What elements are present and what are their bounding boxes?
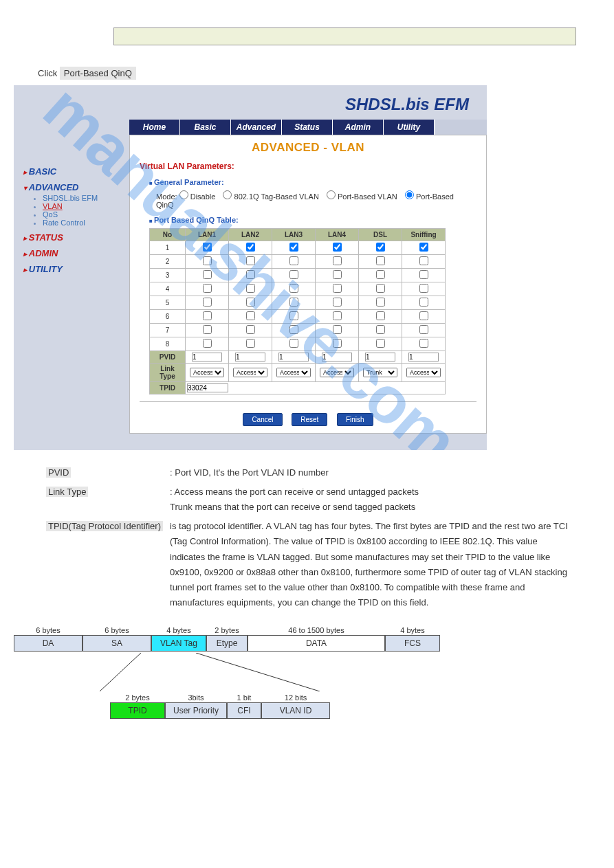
pvid-key: PVID [46, 467, 71, 478]
cb[interactable] [246, 256, 255, 265]
cb[interactable] [246, 339, 255, 348]
pvid-input[interactable] [408, 353, 439, 361]
link-select[interactable]: Access [233, 368, 267, 377]
cb[interactable] [376, 298, 385, 307]
cb[interactable] [333, 339, 342, 348]
cb[interactable] [376, 270, 385, 279]
nav-advanced[interactable]: Advanced [231, 120, 282, 135]
cb[interactable] [203, 339, 212, 348]
sidebar-utility[interactable]: UTILITY [23, 264, 124, 274]
f-lab: 12 bits [261, 693, 330, 702]
cb[interactable] [246, 284, 255, 293]
cb[interactable] [419, 339, 428, 348]
intro-highlight: Port-Based QinQ [60, 67, 136, 80]
frame-diagram: 6 bytes 6 bytes 4 bytes 2 bytes 46 to 15… [14, 625, 481, 719]
cb[interactable] [246, 298, 255, 307]
f-cell-etype: Etype [206, 635, 248, 652]
f-cell-vlanid: VLAN ID [261, 702, 330, 719]
link-select[interactable]: Trunk [363, 368, 397, 377]
cb[interactable] [333, 270, 342, 279]
pvid-input[interactable] [192, 353, 222, 361]
cb[interactable] [289, 243, 298, 252]
cb[interactable] [419, 284, 428, 293]
nav-basic[interactable]: Basic [180, 120, 231, 135]
hdr-sniff: Sniffing [402, 229, 446, 241]
table-row: 4 [150, 282, 446, 296]
sidebar-basic[interactable]: BASIC [23, 166, 124, 177]
cb[interactable] [419, 298, 428, 307]
sidebar-item-shdsl[interactable]: SHDSL.bis EFM [43, 194, 98, 202]
cb[interactable] [289, 298, 298, 307]
cb[interactable] [289, 311, 298, 320]
cb[interactable] [246, 243, 255, 252]
cb[interactable] [376, 256, 385, 265]
hdr-dsl: DSL [359, 229, 402, 241]
cb[interactable] [246, 325, 255, 334]
nav-utility[interactable]: Utility [384, 120, 435, 135]
cb[interactable] [203, 256, 212, 265]
sidebar-item-rate[interactable]: Rate Control [43, 219, 85, 227]
cb[interactable] [203, 311, 212, 320]
cb[interactable] [419, 311, 428, 320]
cb[interactable] [333, 284, 342, 293]
cb[interactable] [333, 298, 342, 307]
nav-status[interactable]: Status [282, 120, 333, 135]
cb[interactable] [203, 298, 212, 307]
cb[interactable] [203, 270, 212, 279]
cb[interactable] [376, 325, 385, 334]
mode-8021q[interactable]: 802.1Q Tag-Based VLAN [223, 192, 318, 201]
cb[interactable] [203, 284, 212, 293]
cb[interactable] [419, 256, 428, 265]
cb[interactable] [333, 256, 342, 265]
button-row: Cancel Reset Finish [140, 413, 476, 426]
pvid-input[interactable] [365, 353, 395, 361]
cb[interactable] [203, 325, 212, 334]
cb[interactable] [289, 325, 298, 334]
intro-text: Click Port-Based QinQ [38, 66, 576, 81]
link-select[interactable]: Access [276, 368, 311, 377]
sidebar-advanced[interactable]: ADVANCED [23, 182, 124, 192]
cb[interactable] [419, 243, 428, 252]
f-lab: 46 to 1500 bytes [248, 625, 385, 635]
tpid-input[interactable] [187, 383, 228, 392]
mode-portvlan[interactable]: Port-Based VLAN [327, 192, 397, 201]
cb[interactable] [419, 325, 428, 334]
f-lab: 2 bytes [206, 625, 248, 635]
cb[interactable] [376, 311, 385, 320]
pvid-input[interactable] [322, 353, 352, 361]
hdr-lan1: LAN1 [186, 229, 229, 241]
cb[interactable] [333, 311, 342, 320]
svg-line-1 [196, 653, 320, 691]
cb[interactable] [289, 339, 298, 348]
pvid-input[interactable] [278, 353, 309, 361]
sidebar-item-vlan[interactable]: VLAN [43, 202, 63, 210]
cb[interactable] [289, 284, 298, 293]
cb[interactable] [376, 339, 385, 348]
pvid-input[interactable] [235, 353, 265, 361]
sidebar-admin[interactable]: ADMIN [23, 248, 124, 258]
cancel-button[interactable]: Cancel [243, 413, 282, 426]
f-lab: 3bits [165, 693, 227, 702]
reset-button[interactable]: Reset [292, 413, 327, 426]
cb[interactable] [289, 256, 298, 265]
cb[interactable] [246, 270, 255, 279]
finish-button[interactable]: Finish [337, 413, 373, 426]
mode-disable[interactable]: Disable [179, 192, 216, 201]
link-select[interactable]: Access [406, 368, 441, 377]
sidebar-status[interactable]: STATUS [23, 232, 124, 243]
f-lab: 4 bytes [151, 625, 206, 635]
nav-home[interactable]: Home [129, 120, 180, 135]
cb[interactable] [333, 325, 342, 334]
cb[interactable] [289, 270, 298, 279]
cb[interactable] [376, 243, 385, 252]
link-select[interactable]: Access [320, 368, 354, 377]
cb[interactable] [246, 311, 255, 320]
cb[interactable] [333, 243, 342, 252]
link-select[interactable]: Access [190, 368, 224, 377]
sidebar-item-qos[interactable]: QoS [43, 210, 58, 219]
cb[interactable] [203, 243, 212, 252]
cb[interactable] [376, 284, 385, 293]
intro-prefix: Click [38, 68, 60, 78]
nav-admin[interactable]: Admin [333, 120, 384, 135]
cb[interactable] [419, 270, 428, 279]
